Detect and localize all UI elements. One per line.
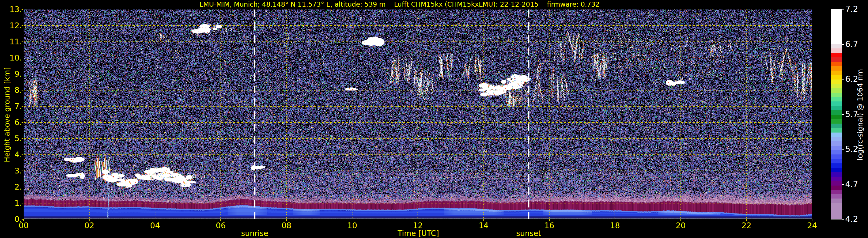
x-tick-label: 16: [538, 221, 561, 230]
y-tick-mark: [22, 171, 23, 171]
colorbar-band: [831, 190, 842, 194]
y-tick-mark: [22, 138, 23, 139]
x-tick-label: 02: [78, 221, 101, 230]
colorbar-band: [831, 181, 842, 185]
y-tick-mark: [22, 41, 23, 42]
colorbar-band: [831, 88, 842, 92]
colorbar-band: [831, 150, 842, 154]
colorbar-band: [831, 115, 842, 119]
x-tick-label: 18: [603, 221, 627, 230]
y-tick-label: 6.: [2, 118, 22, 127]
x-tick-label: 06: [209, 221, 232, 230]
colorbar-tick-label: 6.2: [845, 75, 868, 84]
y-tick-mark: [22, 187, 23, 187]
colorbar-tick-label: 4.7: [845, 180, 868, 189]
x-tick-label: 14: [472, 221, 495, 230]
y-tick-mark: [22, 58, 23, 58]
y-tick-label: 4.: [2, 150, 22, 159]
colorbar-band: [831, 141, 842, 146]
y-tick-label: 10.: [2, 53, 22, 62]
colorbar-tick-label: 6.7: [845, 40, 868, 49]
y-tick-label: 8.: [2, 86, 22, 95]
colorbar-tick-mark: [842, 219, 844, 219]
colorbar-tick-mark: [842, 44, 844, 44]
colorbar: [831, 9, 842, 219]
x-tick-mark: [155, 219, 155, 221]
x-tick-mark: [484, 219, 484, 221]
colorbar-band: [831, 44, 842, 49]
y-tick-mark: [22, 122, 23, 123]
colorbar-band: [831, 159, 842, 163]
y-tick-label: 3.: [2, 166, 22, 176]
y-tick-mark: [22, 25, 23, 26]
colorbar-band: [831, 9, 842, 44]
colorbar-tick-label: 5.2: [845, 145, 868, 154]
colorbar-tick-mark: [842, 184, 844, 185]
x-tick-mark: [812, 219, 812, 221]
colorbar-band: [831, 93, 842, 97]
colorbar-band: [831, 66, 842, 70]
x-tick-mark: [549, 219, 550, 221]
y-tick-mark: [22, 90, 23, 90]
colorbar-band: [831, 57, 842, 62]
colorbar-band: [831, 163, 842, 168]
colorbar-band: [831, 110, 842, 115]
colorbar-tick-label: 4.2: [845, 215, 868, 224]
x-tick-label: 20: [669, 221, 692, 230]
y-tick-label: 7.: [2, 102, 22, 111]
sunrise-label: sunrise: [226, 229, 283, 237]
colorbar-band: [831, 101, 842, 106]
y-tick-label: 12.: [2, 21, 22, 30]
colorbar-tick-mark: [842, 9, 844, 9]
x-tick-mark: [220, 219, 221, 221]
colorbar-tick-label: 7.2: [845, 5, 868, 14]
colorbar-band: [831, 146, 842, 150]
x-tick-label: 08: [275, 221, 298, 230]
colorbar-band: [831, 172, 842, 177]
colorbar-band: [831, 97, 842, 101]
x-tick-mark: [418, 219, 418, 221]
x-tick-label: 04: [144, 221, 166, 230]
sunset-label: sunset: [500, 229, 557, 237]
colorbar-tick-mark: [842, 149, 844, 150]
y-tick-mark: [22, 9, 23, 10]
x-tick-label: 10: [341, 221, 364, 230]
colorbar-band: [831, 168, 842, 172]
colorbar-band: [831, 62, 842, 66]
colorbar-band: [831, 80, 842, 84]
y-tick-mark: [22, 106, 23, 107]
x-tick-mark: [89, 219, 90, 221]
y-tick-mark: [22, 203, 23, 203]
y-tick-label: 13.: [2, 5, 22, 14]
colorbar-band: [831, 49, 842, 53]
y-tick-label: 2.: [2, 182, 22, 191]
colorbar-band: [831, 154, 842, 159]
x-tick-label: 00: [12, 221, 35, 230]
colorbar-tick-mark: [842, 79, 844, 80]
colorbar-band: [831, 53, 842, 57]
colorbar-tick-mark: [842, 114, 844, 115]
x-tick-label: 24: [801, 221, 824, 230]
page-title: LMU-MIM, Munich; 48.148° N 11.573° E, al…: [24, 1, 776, 8]
colorbar-band: [831, 185, 842, 190]
colorbar-band: [831, 177, 842, 181]
colorbar-band: [831, 128, 842, 132]
x-tick-label: 22: [735, 221, 758, 230]
colorbar-band: [831, 84, 842, 88]
ceilometer-quicklook: LMU-MIM, Munich; 48.148° N 11.573° E, al…: [0, 0, 868, 238]
heatmap-canvas: [24, 9, 812, 219]
colorbar-band: [831, 199, 842, 203]
x-tick-mark: [286, 219, 287, 221]
y-tick-mark: [22, 74, 23, 75]
x-tick-mark: [352, 219, 352, 221]
x-tick-mark: [615, 219, 615, 221]
colorbar-band: [831, 124, 842, 128]
y-tick-label: 1.: [2, 199, 22, 208]
x-tick-label: 12: [406, 221, 430, 230]
colorbar-band: [831, 137, 842, 141]
colorbar-band: [831, 106, 842, 110]
x-axis-label: Time [UTC]: [390, 229, 447, 237]
colorbar-band: [831, 119, 842, 124]
y-tick-mark: [22, 154, 23, 155]
x-tick-mark: [746, 219, 747, 221]
